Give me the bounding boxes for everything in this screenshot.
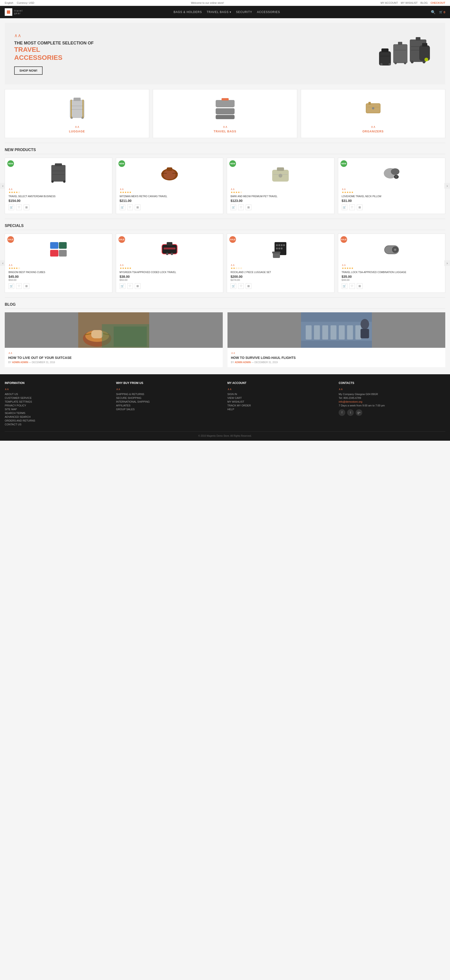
currency-selector[interactable]: Currency: USD	[17, 2, 34, 4]
hero-cta-button[interactable]: SHOP NOW!	[14, 67, 43, 75]
logo-icon-square	[7, 10, 10, 14]
footer-advanced-search[interactable]: ADVANCED SEARCH	[5, 415, 111, 418]
nav-accessories[interactable]: ACCESSORIES	[257, 10, 280, 14]
footer-privacy-policy[interactable]: PRIVACY POLICY	[5, 404, 111, 407]
blog-card-1: ∧∧ HOW TO LIVE OUT OF YOUR SUITCASE BY A…	[5, 312, 223, 367]
new-products-title: NEW PRODUCTS	[5, 148, 445, 154]
checkout-link[interactable]: CHECKOUT	[431, 2, 445, 4]
cart-count: 0	[444, 10, 445, 14]
add-to-cart-s4[interactable]: 🛒	[342, 283, 347, 289]
footer-email[interactable]: info@demostore.org	[339, 400, 445, 403]
wishlist-s3[interactable]: ♡	[238, 283, 244, 289]
footer-help[interactable]: HELP	[227, 408, 334, 410]
nav-security[interactable]: SECURITY	[236, 10, 252, 14]
wishlist-s2[interactable]: ♡	[127, 283, 133, 289]
add-to-cart-1[interactable]: 🛒	[8, 205, 14, 210]
blog-author-2[interactable]: ADMIN ADMIN	[235, 361, 251, 364]
footer-orders-returns[interactable]: ORDERS AND RETURNS	[5, 419, 111, 422]
product-card-3: NEW ∧∧ ★★★★☆ BARK AND MEOW PREMIUM PET T…	[227, 158, 334, 214]
footer-group-sales[interactable]: GROUP SALES	[116, 408, 223, 410]
logo[interactable]: travel gear	[5, 8, 23, 16]
footer-sign-in[interactable]: SIGN IN	[227, 393, 334, 396]
wishlist-s4[interactable]: ♡	[349, 283, 355, 289]
facebook-button[interactable]: f	[339, 409, 345, 416]
top-bar-left: English Currency: USD	[5, 2, 34, 4]
compare-s4[interactable]: ⊞	[357, 283, 363, 289]
footer-template-settings[interactable]: TEMPLATE SETTINGS	[5, 400, 111, 403]
footer-international-shipping[interactable]: INTERNATIONAL SHIPPING	[116, 400, 223, 403]
specials-carousel: ‹ SALE ∧∧ ★★★★☆ BINGONI BEST PACKING CUB…	[5, 234, 445, 293]
category-luggage[interactable]: ∧∧ LUGGAGE	[5, 89, 149, 138]
my-account-link[interactable]: MY ACCOUNT	[381, 2, 398, 4]
add-to-cart-s3[interactable]: 🛒	[231, 283, 236, 289]
footer-customer-service[interactable]: CUSTOMER SERVICE	[5, 396, 111, 399]
wishlist-2[interactable]: ♡	[127, 205, 133, 210]
special-wave-3: ∧∧	[231, 263, 331, 267]
special-img-2	[120, 237, 220, 261]
add-to-cart-2[interactable]: 🛒	[120, 205, 125, 210]
special-wave-2: ∧∧	[120, 263, 220, 267]
language-selector[interactable]: English	[5, 2, 13, 4]
specials-next[interactable]: ›	[444, 260, 450, 266]
svg-point-51	[278, 174, 282, 178]
product-price-4: $31.00	[342, 199, 442, 203]
footer-contact-us[interactable]: CONTACT US	[5, 423, 111, 426]
footer-shipping[interactable]: SHIPPING & RETURNS	[116, 393, 223, 396]
footer-affiliates[interactable]: AFFILIATES	[116, 404, 223, 407]
footer-secure-shopping[interactable]: SECURE SHOPPING	[116, 396, 223, 399]
compare-4[interactable]: ⊞	[357, 205, 363, 210]
main-nav: BAGS & HOLDERS TRAVEL BAGS ▾ SECURITY AC…	[173, 10, 280, 14]
compare-s1[interactable]: ⊞	[24, 283, 29, 289]
blog-link[interactable]: BLOG	[420, 2, 428, 4]
product-price-2: $211.00	[120, 199, 220, 203]
compare-1[interactable]: ⊞	[24, 205, 29, 210]
product-actions-3: 🛒 ♡ ⊞	[231, 205, 331, 210]
nav-travel-bags[interactable]: TRAVEL BAGS ▾	[207, 10, 231, 14]
add-to-cart-3[interactable]: 🛒	[231, 205, 236, 210]
compare-3[interactable]: ⊞	[246, 205, 251, 210]
wishlist-4[interactable]: ♡	[349, 205, 355, 210]
blog-section: BLOG ∧∧ HOW TO LIVE OUT OF YOUR SUITCASE	[5, 302, 445, 367]
footer-search-terms[interactable]: SEARCH TERMS	[5, 412, 111, 414]
footer-about-us[interactable]: ABOUT US	[5, 393, 111, 396]
new-products-next[interactable]: ›	[444, 183, 450, 189]
compare-s2[interactable]: ⊞	[135, 283, 140, 289]
wishlist-3[interactable]: ♡	[238, 205, 244, 210]
search-button[interactable]: 🔍	[431, 10, 436, 14]
compare-2[interactable]: ⊞	[135, 205, 140, 210]
svg-rect-35	[369, 102, 371, 105]
special-badge-1: SALE	[7, 236, 14, 243]
my-wishlist-link[interactable]: MY WISHLIST	[401, 2, 418, 4]
footer-view-cart[interactable]: VIEW CART	[227, 396, 334, 399]
add-to-cart-4[interactable]: 🛒	[342, 205, 347, 210]
footer-site-map[interactable]: SITE MAP	[5, 408, 111, 410]
nav-bags[interactable]: BAGS & HOLDERS	[173, 10, 202, 14]
footer-my-wishlist[interactable]: MY WISHLIST	[227, 400, 334, 403]
compare-s3[interactable]: ⊞	[246, 283, 251, 289]
add-to-cart-s2[interactable]: 🛒	[120, 283, 125, 289]
category-organizers[interactable]: ∧∧ ORGANIZERS	[301, 89, 445, 138]
blog-post-title-1[interactable]: HOW TO LIVE OUT OF YOUR SUITCASE	[8, 356, 219, 360]
wishlist-1[interactable]: ♡	[16, 205, 22, 210]
svg-rect-98	[355, 325, 361, 339]
cart-button[interactable]: 🛒 0	[439, 10, 445, 14]
special-badge-2: SALE	[118, 236, 125, 243]
footer-track-order[interactable]: TRACK MY ORDER	[227, 404, 334, 407]
special-actions-4: 🛒 ♡ ⊞	[342, 283, 442, 289]
special-name-1: BINGONI BEST PACKING CUBES	[8, 271, 108, 274]
svg-rect-57	[50, 242, 59, 249]
add-to-cart-s1[interactable]: 🛒	[8, 283, 14, 289]
googleplus-button[interactable]: g+	[356, 409, 362, 416]
product-name-1: TRAVEL SELECT AMSTERDAM BUSINESS	[8, 195, 108, 198]
product-stars-1: ★★★★☆	[8, 191, 108, 194]
wishlist-s1[interactable]: ♡	[16, 283, 22, 289]
svg-point-5	[423, 60, 425, 64]
hero-banner: ∧∧ THE MOST COMPLETE SELECTION OF TRAVEL…	[5, 23, 445, 84]
blog-author-1[interactable]: ADMIN ADMIN	[12, 361, 28, 364]
category-travel-bags[interactable]: ∧∧ TRAVEL BAGS	[153, 89, 297, 138]
twitter-button[interactable]: t	[347, 409, 354, 416]
hero-content: ∧∧ THE MOST COMPLETE SELECTION OF TRAVEL…	[14, 33, 94, 75]
blog-post-title-2[interactable]: HOW TO SURVIVE LONG-HAUL FLIGHTS	[231, 356, 442, 360]
svg-rect-38	[51, 165, 65, 181]
special-name-4: TRAVEL LOCK TSA-APPROVED COMBINATION LUG…	[342, 271, 442, 274]
